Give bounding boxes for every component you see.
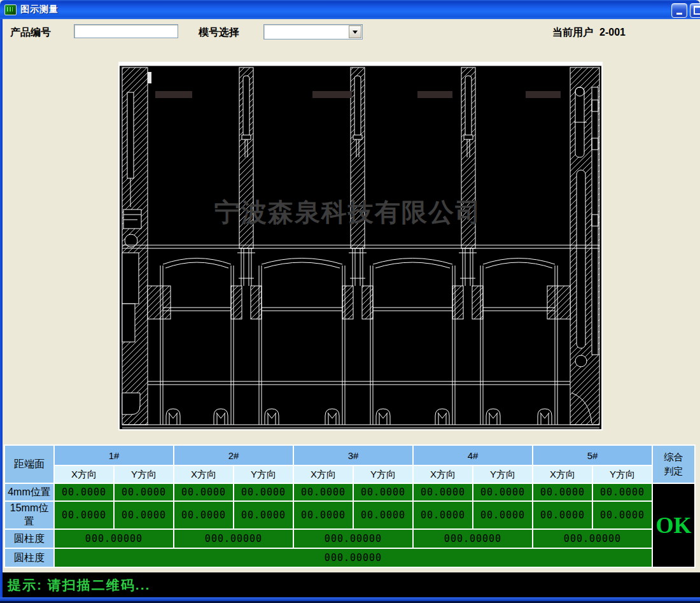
current-user-value: 2-001 [599, 27, 626, 38]
dropdown-button[interactable] [349, 25, 361, 38]
value-cell: 000.00000 [293, 529, 413, 548]
value-cell: 00.0000 [293, 483, 353, 501]
axis-header: X方向 [533, 465, 592, 483]
chevron-down-icon [353, 31, 358, 34]
value-cell: 000.00000 [413, 529, 533, 548]
row-label-cylindricity-2: 圆柱度 [4, 548, 54, 567]
group-header-4: 4# [413, 445, 533, 465]
axis-header: X方向 [293, 465, 353, 483]
minimize-icon [676, 13, 682, 15]
product-number-input[interactable] [74, 24, 178, 38]
value-cell: 00.0000 [473, 483, 533, 501]
axis-header: Y方向 [234, 465, 293, 483]
value-cell: 00.0000 [54, 501, 114, 529]
status-bar: 提示: 请扫描二维码... [3, 572, 700, 597]
window-border-left [0, 19, 3, 601]
minimize-button[interactable] [671, 3, 687, 18]
mold-drawing-canvas: 宁波森泉科技有限公司 [118, 62, 603, 430]
axis-header: X方向 [413, 465, 473, 483]
value-cell: 00.0000 [533, 483, 592, 501]
value-cell: 00.0000 [413, 501, 473, 529]
value-cell: 00.0000 [473, 501, 533, 529]
value-cell: 00.0000 [174, 483, 234, 501]
value-cell: 00.0000 [293, 501, 353, 529]
group-header-5: 5# [533, 445, 652, 465]
verdict-cell: OK [652, 483, 695, 567]
value-cell: 00.0000 [54, 483, 114, 501]
value-cell: 00.0000 [114, 483, 174, 501]
value-cell: 00.0000 [234, 501, 293, 529]
value-cell: 000.00000 [54, 529, 174, 548]
value-cell: 000.00000 [54, 548, 652, 567]
value-cell: 00.0000 [413, 483, 473, 501]
value-cell: 000.00000 [533, 529, 652, 548]
group-header-2: 2# [174, 445, 293, 465]
row-label-15mm: 15mm位置 [4, 501, 54, 529]
current-user: 当前用户2-001 [552, 26, 626, 39]
row-label-4mm: 4mm位置 [4, 483, 54, 501]
verdict-header: 综合 判定 [652, 445, 695, 483]
value-cell: 000.00000 [174, 529, 293, 548]
corner-header: 距端面 [4, 445, 54, 483]
group-header-1: 1# [54, 445, 174, 465]
mold-select-label: 模号选择 [199, 26, 239, 39]
product-number-label: 产品编号 [10, 26, 51, 39]
value-cell: 00.0000 [234, 483, 293, 501]
verdict-header-line1: 综合 [653, 450, 694, 464]
form-bar: 产品编号 模号选择 当前用户2-001 [3, 19, 700, 45]
value-cell: 00.0000 [353, 483, 413, 501]
verdict-value: OK [655, 513, 691, 538]
group-header-3: 3# [293, 445, 413, 465]
watermark-text: 宁波森泉科技有限公司 [214, 198, 482, 226]
value-cell: 00.0000 [174, 501, 234, 529]
measurement-table-wrap: 距端面 1# 2# 3# 4# 5# 综合 判定 X方向 Y方向 X方向 Y方向… [4, 444, 697, 560]
value-cell: 00.0000 [592, 483, 652, 501]
current-user-label: 当前用户 [552, 27, 593, 38]
mold-select[interactable] [263, 24, 363, 39]
app-icon [4, 4, 17, 15]
value-cell: 00.0000 [533, 501, 592, 529]
verdict-header-line2: 判定 [653, 464, 694, 478]
measurement-table: 距端面 1# 2# 3# 4# 5# 综合 判定 X方向 Y方向 X方向 Y方向… [4, 444, 696, 568]
axis-header: Y方向 [473, 465, 533, 483]
axis-header: Y方向 [353, 465, 413, 483]
value-cell: 00.0000 [114, 501, 174, 529]
row-label-cylindricity-1: 圆柱度 [4, 529, 54, 548]
value-cell: 00.0000 [592, 501, 652, 529]
axis-header: Y方向 [592, 465, 652, 483]
axis-header: X方向 [54, 465, 114, 483]
maximize-icon [694, 6, 700, 15]
window-title: 图示测量 [20, 4, 59, 15]
title-bar[interactable]: 图示测量 [0, 0, 700, 19]
app-window: 图示测量 产品编号 模号选择 当前用户2-001 [0, 0, 700, 603]
axis-header: Y方向 [114, 465, 174, 483]
value-cell: 00.0000 [353, 501, 413, 529]
axis-header: X方向 [174, 465, 234, 483]
maximize-button[interactable] [690, 3, 700, 18]
status-message: 提示: 请扫描二维码... [8, 576, 150, 594]
